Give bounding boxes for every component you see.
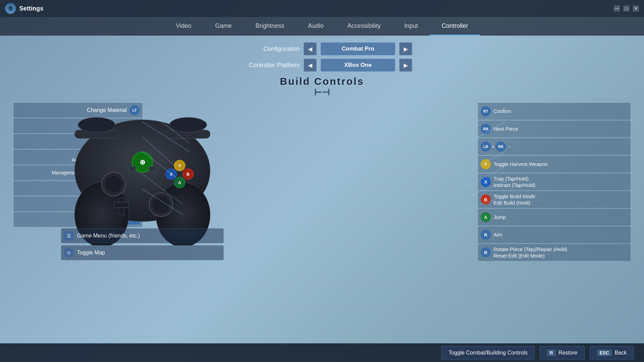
toggle-combat-label: Toggle Combat/Building Controls [448,350,527,356]
tab-game[interactable]: Game [203,17,244,36]
game-menu-label: Game Menu (friends, etc.) [77,233,140,239]
svg-point-12 [153,196,169,213]
close-button[interactable]: ✕ [633,5,639,12]
footer: Toggle Combat/Building Controls R Restor… [0,343,644,362]
minimize-button[interactable]: — [614,5,620,12]
list-item[interactable]: A Jump [478,209,630,226]
svg-rect-24 [149,167,156,171]
nav-bar: Video Game Brightness Audio Accessibilit… [0,17,644,36]
tab-accessibility[interactable]: Accessibility [336,17,393,36]
svg-point-5 [78,117,115,132]
y-badge: Y [481,159,491,169]
controller-image: ⊕ Y X [51,99,234,262]
list-item[interactable]: RT Confirm [478,103,630,120]
svg-point-10 [105,176,122,193]
list-item[interactable]: X Trap (Tap/Hold)Interact (Tap/Hold) [478,173,630,190]
titlebar: ⚙ Settings — □ ✕ [0,0,644,17]
tab-controller[interactable]: Controller [430,17,480,36]
config-right-arrow[interactable]: ▶ [399,42,412,55]
svg-rect-23 [129,167,136,171]
configuration-row: Configuration ◀ Combat Pro ▶ [14,42,630,55]
lb-combo-badge: LB [481,141,491,152]
list-item[interactable]: Y Toggle Harvest Weapon [478,156,630,173]
menu-icon: ☰ [64,231,74,241]
a-badge: A [481,212,491,222]
tab-input[interactable]: Input [393,17,430,36]
svg-text:A: A [178,180,181,185]
tab-audio[interactable]: Audio [296,17,336,36]
configuration-label: Configuration [232,45,300,53]
platform-row: Controller Platform ◀ XBox One ▶ [14,59,630,72]
back-button[interactable]: ESC Back [590,346,634,360]
app-title: Settings [19,5,614,12]
svg-point-6 [169,117,207,132]
list-item[interactable]: B Toggle Build ModeEdit Build (Hold) [478,191,630,208]
list-item[interactable]: R Rotate Piece (Tap)/Repair (Hold)Reset … [478,244,630,261]
rb-combo-badge: RB [496,141,506,152]
svg-text:⊕: ⊕ [140,158,145,166]
app-icon: ⚙ [5,3,16,14]
b-badge: B [481,194,491,205]
platform-label: Controller Platform [232,62,300,69]
right-controls-list: RT Confirm RB Next Piece LB + RB - Y Tog… [478,103,630,262]
restore-label: Restore [559,350,578,356]
platform-value: XBox One [321,59,395,72]
config-left-arrow[interactable]: ◀ [304,42,317,55]
window-controls: — □ ✕ [614,5,639,12]
r-rotate-badge: R [481,247,491,258]
list-item[interactable]: R Aim [478,226,630,243]
list-item[interactable]: LB + RB - [478,138,630,155]
map-icon: ⊡ [64,248,74,258]
section-title: Build Controls ⊢⊣ [14,76,630,98]
platform-left-arrow[interactable]: ◀ [304,59,317,72]
toggle-map-button[interactable]: ⊡ Toggle Map [61,245,224,260]
restore-button[interactable]: R Restore [540,346,584,360]
back-label: Back [615,350,627,356]
tab-brightness[interactable]: Brightness [244,17,296,36]
platform-right-arrow[interactable]: ▶ [399,59,412,72]
main-content: Configuration ◀ Combat Pro ▶ Controller … [0,36,644,343]
rt-badge: RT [481,106,491,116]
controller-layout: Change Material LT Previous Piece LB Mov… [14,99,630,276]
maximize-button[interactable]: □ [623,5,629,12]
configuration-value: Combat Pro [321,42,395,55]
rb-badge: RB [481,124,491,134]
svg-text:X: X [170,172,173,177]
svg-rect-14 [114,202,128,208]
list-item[interactable]: RB Next Piece [478,120,630,137]
svg-text:B: B [186,172,189,177]
x-badge: X [481,177,491,187]
tab-video[interactable]: Video [164,17,203,36]
game-menu-button[interactable]: ☰ Game Menu (friends, etc.) [61,228,224,243]
restore-key: R [547,349,556,356]
svg-text:Y: Y [178,163,181,168]
toggle-combat-building-button[interactable]: Toggle Combat/Building Controls [441,346,535,360]
toggle-map-label: Toggle Map [77,250,105,256]
back-key: ESC [597,349,612,356]
r-aim-badge: R [481,230,491,240]
